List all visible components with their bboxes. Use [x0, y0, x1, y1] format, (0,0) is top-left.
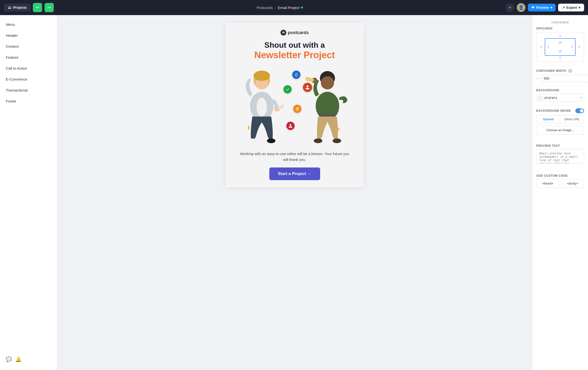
spacing-left-outer: 0 — [539, 45, 543, 48]
spacings-middle-row: 0 20 0 0 20 0 — [539, 38, 581, 56]
resize-icon: ↔ — [536, 76, 540, 80]
cta-button[interactable]: Start a Project → — [269, 167, 320, 180]
svg-point-15 — [333, 139, 341, 143]
sidebar-item-feature[interactable]: Feature — [0, 52, 57, 63]
divider-1 — [536, 66, 584, 66]
sidebar-item-ecommerce[interactable]: E-Commerce — [0, 74, 57, 85]
sidebar-item-content[interactable]: Content — [0, 41, 57, 52]
upload-button[interactable]: Upload — [536, 115, 560, 123]
svg-point-4 — [257, 98, 267, 116]
figure-right: ➜ — [305, 71, 349, 144]
projects-label: Projects — [13, 6, 27, 10]
right-panel: CONTAINER SPACINGS 0 0 20 0 0 20 — [532, 15, 588, 370]
dropdown-chevron-icon: ▾ — [551, 6, 552, 10]
redo-button[interactable]: ↪ — [44, 3, 54, 12]
sidebar: Menu Header Content Feature Call to Acti… — [0, 15, 57, 370]
eye-icon: 👁 — [531, 6, 535, 10]
status-dot — [301, 7, 303, 9]
breadcrumb-parent[interactable]: Postcards — [256, 6, 273, 10]
notification-icon[interactable]: 🔔 — [15, 356, 21, 362]
topbar-right-actions: + 👤 👁 Preview ▾ ↗ Export ▾ — [505, 3, 584, 12]
export-button[interactable]: ↗ Export ▾ — [558, 4, 584, 11]
headline-line1: Shout out with a — [264, 41, 325, 49]
preview-button[interactable]: 👁 Preview ▾ — [528, 4, 556, 11]
spacings-inner-box: 20 0 0 20 — [545, 38, 576, 56]
background-color-picker[interactable]: #F4F4F4 ▾ — [536, 94, 584, 102]
breadcrumb-current: Email Project — [278, 6, 303, 10]
spacing-bottom-inner: 20 — [558, 50, 561, 53]
breadcrumb-separator: › — [275, 6, 276, 10]
undo-icon: ↩ — [36, 5, 39, 10]
body-code-button[interactable]: <body> — [561, 179, 584, 188]
projects-button[interactable]: 🗂 Projects — [4, 4, 31, 11]
upload-direct-row: Upload Direct URL — [536, 115, 584, 123]
svg-point-2 — [253, 71, 270, 81]
float-icon-check — [284, 85, 292, 93]
direct-url-button[interactable]: Direct URL — [560, 115, 584, 123]
container-width-input[interactable] — [541, 75, 588, 82]
float-icon-at: @ — [293, 105, 301, 113]
logo-text: postcards — [288, 30, 309, 35]
sidebar-item-menu[interactable]: Menu — [0, 19, 57, 30]
sidebar-item-transactional[interactable]: Transactional — [0, 85, 57, 96]
svg-text:➜: ➜ — [336, 126, 340, 132]
inner-row: 0 0 — [548, 44, 573, 49]
redo-icon: ↪ — [47, 5, 51, 10]
svg-rect-12 — [319, 114, 336, 117]
custom-code-title: ADD CUSTOM CODE — [536, 174, 584, 177]
breadcrumb: Postcards › Email Project — [56, 6, 503, 10]
email-canvas[interactable]: ✉ postcards Shout out with a Newsletter … — [225, 22, 364, 187]
logo-icon: ✉ — [281, 30, 286, 35]
chevron-down-icon: ▾ — [580, 96, 582, 99]
divider-3 — [536, 105, 584, 105]
add-button[interactable]: + — [505, 3, 514, 12]
email-body-text: Working with an easy-to-use editor will … — [225, 149, 364, 167]
svg-point-7 — [267, 139, 275, 143]
preview-text-input[interactable] — [536, 149, 584, 163]
background-image-title: BACKGROUND IMAGE — [536, 109, 571, 112]
sidebar-bottom: 💬 🔔 — [0, 352, 57, 366]
container-width-title: CONTAINER WIDTH ? — [536, 69, 584, 73]
background-title: BACKGROUND — [536, 89, 584, 92]
spacing-top-outer: 0 — [559, 35, 561, 38]
spacings-outer: 0 0 20 0 0 20 0 0 — [539, 35, 581, 59]
divider-4 — [536, 141, 584, 141]
sidebar-item-call-to-action[interactable]: Call to Action — [0, 63, 57, 74]
spacing-top-inner: 20 — [558, 41, 561, 44]
panel-title: CONTAINER — [536, 19, 584, 27]
choose-image-button[interactable]: Choose an Image... — [536, 126, 584, 135]
export-dropdown-icon: ▾ — [578, 6, 580, 10]
headline-line2: Newsletter Project — [254, 50, 335, 61]
divider-5 — [536, 171, 584, 171]
background-image-toggle[interactable] — [575, 108, 584, 113]
preview-text-title: PREVIEW TEXT — [536, 144, 584, 148]
custom-code-row: <head> <body> — [536, 179, 584, 188]
help-icon[interactable]: ? — [568, 69, 572, 73]
folder-icon: 🗂 — [8, 6, 11, 10]
sidebar-item-footer[interactable]: Footer — [0, 96, 57, 107]
svg-point-6 — [248, 139, 257, 143]
email-inner: ✉ postcards Shout out with a Newsletter … — [225, 22, 364, 187]
topbar: 🗂 Projects ↩ ↪ Postcards › Email Project… — [0, 0, 588, 15]
float-icon-user2 — [286, 122, 294, 130]
spacing-bottom-outer: 0 — [559, 56, 561, 59]
inner-center — [549, 44, 571, 49]
spacings-box: 0 0 20 0 0 20 0 0 — [536, 32, 584, 62]
export-icon: ↗ — [562, 6, 565, 10]
spacing-right-outer: 0 — [577, 45, 581, 48]
sidebar-item-header[interactable]: Header — [0, 30, 57, 41]
canvas-area: ✉ postcards Shout out with a Newsletter … — [57, 15, 532, 370]
undo-button[interactable]: ↩ — [33, 3, 42, 12]
float-icon-refresh — [292, 71, 300, 79]
svg-point-10 — [321, 76, 334, 89]
spacings-title: SPACINGS — [536, 27, 584, 30]
figure-left: ⬆ — [240, 71, 284, 144]
email-illustration: ⬆ — [225, 63, 364, 146]
chat-icon[interactable]: 💬 — [6, 356, 12, 362]
background-swatch — [538, 96, 543, 100]
svg-point-14 — [314, 139, 322, 143]
float-icon-user — [303, 83, 312, 92]
avatar[interactable]: 👤 — [517, 3, 525, 12]
head-code-button[interactable]: <head> — [536, 179, 559, 188]
container-width-row: ↔ px — [536, 75, 584, 82]
